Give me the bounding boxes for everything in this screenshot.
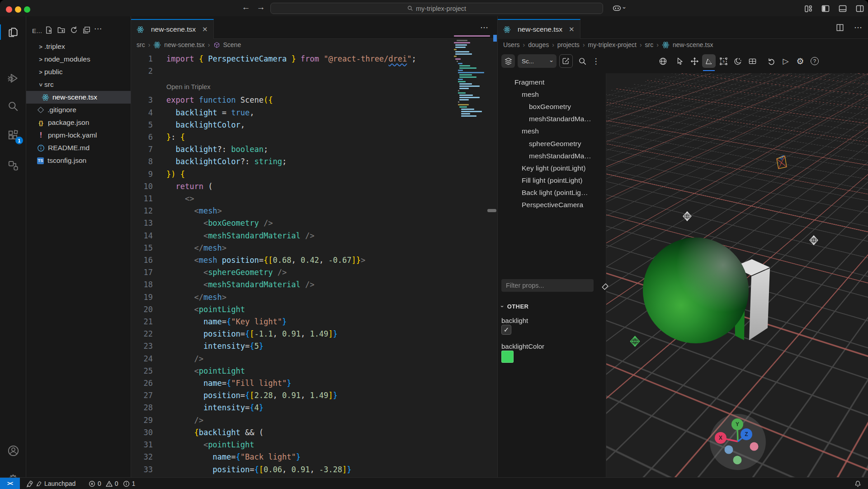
scene-tree-item-meshStandardMa-[interactable]: meshStandardMa… bbox=[498, 113, 606, 125]
code-lens-open-in-triplex[interactable]: Open in Triplex bbox=[166, 77, 497, 94]
scene-tree-item-boxGeometry[interactable]: boxGeometry bbox=[498, 100, 606, 113]
line-number[interactable]: 33 bbox=[131, 464, 153, 476]
code-line[interactable]: 24 /> bbox=[131, 353, 497, 365]
code-line[interactable]: 4 backlight = true, bbox=[131, 107, 497, 119]
marquee-select-button[interactable]: b bbox=[717, 54, 730, 68]
toggle-primary-sidebar-icon[interactable] bbox=[821, 4, 830, 13]
scene-select[interactable]: Sc... › bbox=[518, 54, 557, 68]
code-line[interactable]: 3export function Scene({ bbox=[131, 94, 497, 106]
code-line[interactable]: 30 {backlight && ( bbox=[131, 427, 497, 439]
file-row-src[interactable]: >src bbox=[26, 78, 131, 91]
line-number[interactable]: 32 bbox=[131, 451, 153, 463]
settings-gear-button[interactable]: ⚙ bbox=[793, 54, 807, 68]
minimize-window-button[interactable] bbox=[15, 6, 21, 13]
breadcrumb-item[interactable]: Users bbox=[503, 41, 520, 48]
code-line[interactable]: 25 <pointLight bbox=[131, 365, 497, 377]
line-number[interactable]: 2 bbox=[131, 65, 153, 77]
file-row-.triplex[interactable]: >.triplex bbox=[26, 40, 131, 53]
sidebar-item-triplex-scenes[interactable] bbox=[0, 156, 26, 176]
close-window-button[interactable] bbox=[6, 6, 12, 13]
forward-button[interactable]: → bbox=[255, 2, 267, 12]
grid-toggle-button[interactable] bbox=[745, 54, 759, 68]
backlight-checkbox[interactable]: ✓ bbox=[501, 325, 511, 335]
line-number[interactable]: 26 bbox=[131, 377, 153, 389]
code-line[interactable]: 12 <mesh> bbox=[131, 205, 497, 217]
line-number[interactable]: 23 bbox=[131, 340, 153, 352]
code-line[interactable]: 20 <pointLight bbox=[131, 304, 497, 316]
code-line[interactable]: 6}: { bbox=[131, 131, 497, 143]
code-line[interactable]: 5 backlightColor, bbox=[131, 119, 497, 131]
select-tool-button[interactable] bbox=[673, 54, 687, 68]
code-line[interactable]: 33 position={[0.06, 0.91, -3.28]} bbox=[131, 464, 497, 476]
code-line[interactable]: 27 position={[2.28, 0.91, 1.49]} bbox=[131, 389, 497, 402]
file-row-.gitignore[interactable]: .gitignore bbox=[26, 104, 131, 116]
line-number[interactable]: 25 bbox=[131, 365, 153, 377]
file-row-package.json[interactable]: {}package.json bbox=[26, 116, 131, 129]
code-line[interactable]: 28 intensity={4} bbox=[131, 402, 497, 414]
split-editor-button[interactable] bbox=[836, 24, 844, 32]
scene-tree-item-Back-light-pointLig-[interactable]: Back light (pointLig… bbox=[498, 187, 606, 199]
line-number[interactable]: 19 bbox=[131, 291, 153, 304]
clear-props-button[interactable] bbox=[600, 281, 609, 290]
scene-layers-button[interactable] bbox=[501, 54, 515, 68]
search-scene-button[interactable] bbox=[576, 54, 589, 68]
line-number[interactable]: 31 bbox=[131, 439, 153, 451]
tab-new-scene[interactable]: new-scene.tsx ✕ bbox=[131, 19, 214, 39]
collapse-folders-button[interactable] bbox=[82, 26, 91, 34]
breadcrumb-symbol[interactable]: Scene bbox=[223, 41, 241, 48]
line-number[interactable]: 22 bbox=[131, 328, 153, 340]
scene-tree-item-Fill-light-pointLight-[interactable]: Fill light (pointLight) bbox=[498, 175, 606, 187]
scene-tree-item-Fragment[interactable]: Fragment bbox=[498, 76, 606, 88]
code-line[interactable]: 15 </mesh> bbox=[131, 242, 497, 254]
tab-triplex-new-scene[interactable]: new-scene.tsx ✕ bbox=[498, 19, 580, 39]
line-number[interactable]: 12 bbox=[131, 205, 153, 217]
line-number[interactable]: 13 bbox=[131, 217, 153, 229]
line-number[interactable]: 6 bbox=[131, 131, 153, 143]
code-line[interactable]: 31 <pointLight bbox=[131, 439, 497, 451]
code-line[interactable]: 14 <meshStandardMaterial /> bbox=[131, 230, 497, 242]
scene-kebab-menu[interactable]: ⋮ bbox=[589, 54, 603, 68]
code-line[interactable]: 32 name={"Back light"} bbox=[131, 451, 497, 463]
breadcrumb-file[interactable]: new-scene.tsx bbox=[164, 41, 204, 48]
file-row-public[interactable]: >public bbox=[26, 66, 131, 78]
code-line[interactable]: 22 position={[-1.1, 0.91, 1.49]} bbox=[131, 328, 497, 340]
scene-tree-item-sphereGeometry[interactable]: sphereGeometry bbox=[498, 138, 606, 150]
line-number[interactable]: 7 bbox=[131, 143, 153, 156]
sphere-mesh[interactable] bbox=[643, 237, 749, 343]
undo-button[interactable] bbox=[764, 54, 778, 68]
code-line[interactable]: 9}) { bbox=[131, 168, 497, 180]
triplex-more-actions[interactable]: ⋯ bbox=[854, 23, 863, 33]
dimensions-tool-button[interactable] bbox=[702, 54, 716, 68]
line-number[interactable]: 20 bbox=[131, 304, 153, 316]
point-light-gizmo-icon[interactable] bbox=[682, 211, 693, 222]
scene-tree-item-meshStandardMa-[interactable]: meshStandardMa… bbox=[498, 150, 606, 162]
back-light-gizmo-icon[interactable] bbox=[629, 335, 641, 347]
view-axis-gizmo[interactable]: X Y Z bbox=[708, 413, 767, 471]
sidebar-item-run-debug[interactable] bbox=[0, 68, 26, 88]
3d-viewport[interactable]: X Y Z bbox=[606, 73, 868, 477]
filter-props-input[interactable] bbox=[501, 279, 594, 292]
code-line[interactable]: 8 backlightColor?: string; bbox=[131, 156, 497, 168]
problems-status-item[interactable]: 0 0 1 bbox=[89, 478, 135, 489]
new-file-button[interactable] bbox=[44, 26, 53, 34]
remote-indicator[interactable]: >< bbox=[0, 478, 20, 489]
zoom-window-button[interactable] bbox=[24, 6, 30, 13]
breadcrumb-item[interactable]: douges bbox=[528, 41, 549, 48]
line-number[interactable]: 11 bbox=[131, 193, 153, 205]
close-icon[interactable]: ✕ bbox=[202, 25, 208, 33]
backlightcolor-swatch[interactable] bbox=[501, 351, 514, 363]
translate-tool-button[interactable] bbox=[688, 54, 701, 68]
code-area[interactable]: 1import { PerspectiveCamera } from "@rea… bbox=[131, 51, 497, 477]
line-number[interactable]: 24 bbox=[131, 353, 153, 365]
point-light-gizmo-icon[interactable] bbox=[808, 235, 819, 246]
line-number[interactable]: 8 bbox=[131, 156, 153, 168]
line-number[interactable]: 15 bbox=[131, 242, 153, 254]
breadcrumb-item[interactable]: new-scene.tsx bbox=[673, 41, 713, 48]
file-row-README.md[interactable]: README.md bbox=[26, 142, 131, 154]
notifications-bell[interactable] bbox=[854, 478, 862, 489]
file-row-new-scene.tsx[interactable]: new-scene.tsx bbox=[26, 91, 131, 104]
lighting-mode-button[interactable] bbox=[731, 54, 745, 68]
breadcrumb-src[interactable]: src bbox=[137, 41, 145, 48]
file-row-node_modules[interactable]: >node_modules bbox=[26, 53, 131, 66]
section-other[interactable]: › OTHER bbox=[501, 303, 528, 310]
